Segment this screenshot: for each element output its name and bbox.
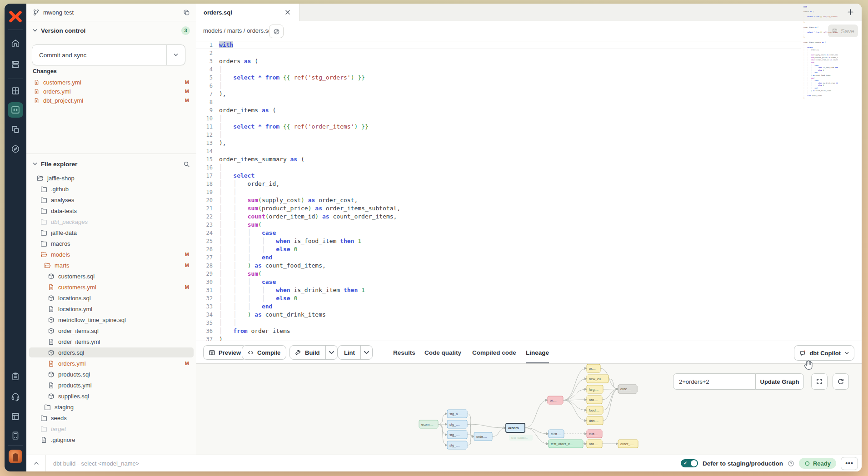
develop-ide-icon[interactable] [8, 102, 23, 118]
file-tree-item-macros[interactable]: macros [26, 238, 196, 249]
dbt-copilot-button[interactable]: dbt Copilot [794, 345, 854, 361]
code-line[interactable]: 28│ │ ) as count_food_items, [196, 262, 801, 270]
lineage-node-ecom[interactable]: ecom.... [419, 420, 438, 428]
file-tree-item-target[interactable]: target [26, 423, 196, 434]
code-line[interactable]: 12│ [196, 131, 801, 139]
lineage-node-cust[interactable]: cust.... [549, 430, 564, 438]
docs-station-icon[interactable] [10, 431, 20, 441]
close-tab-icon[interactable] [284, 9, 291, 15]
code-line[interactable]: 3orders as ( [196, 57, 801, 65]
code-line[interactable]: 13), [196, 139, 801, 147]
file-tree-item-customers-sql[interactable]: customers.sql [26, 271, 196, 282]
results-tab-lineage[interactable]: Lineage [526, 341, 549, 364]
file-tree-item-orders-sql[interactable]: orders.sql [26, 347, 196, 358]
code-line[interactable]: 22│ │ count(order_item_id) as count_orde… [196, 213, 801, 221]
update-graph-button[interactable]: Update Graph [755, 373, 804, 390]
code-line[interactable]: 11│ select * from {{ ref('order_items') … [196, 123, 801, 131]
file-tree-item-customers-yml[interactable]: customers.ymlM [26, 282, 196, 293]
file-explorer-header[interactable]: File explorer [26, 158, 196, 170]
code-line[interactable]: 36│ from order_items [196, 327, 801, 335]
project-branch-name[interactable]: mwong-test [43, 9, 74, 16]
code-line[interactable]: 14 [196, 147, 801, 155]
code-line[interactable]: 18│ │ order_id, [196, 180, 801, 188]
lineage-node-go[interactable]: orde.... [618, 385, 637, 393]
lineage-node-tord[interactable]: test_order_it... [549, 440, 583, 448]
file-tree-item-products-sql[interactable]: products.sql [26, 369, 196, 380]
file-tree-item-locations-yml[interactable]: locations.yml [26, 303, 196, 314]
file-tree-item-models[interactable]: modelsM [26, 249, 196, 260]
account-avatar[interactable] [9, 450, 22, 463]
code-editor[interactable]: 1with23orders as (4│5│ select * from {{ … [196, 41, 862, 341]
file-tree-item-orders-yml[interactable]: orders.ymlM [26, 358, 196, 369]
lineage-node-y8[interactable]: order_.... [618, 440, 638, 448]
code-line[interactable]: 1with [196, 41, 801, 49]
explore-compass-icon[interactable] [10, 144, 20, 154]
build-options-chevron[interactable] [325, 346, 337, 359]
orchestrate-icon[interactable] [10, 124, 20, 134]
help-circle-icon[interactable] [788, 460, 794, 467]
code-line[interactable]: 25│ │ │ │ when is_food_item then 1 [196, 237, 801, 245]
code-line[interactable]: 27│ │ │ end [196, 253, 801, 262]
clipboard-icon[interactable] [10, 372, 20, 382]
refresh-graph-button[interactable] [833, 373, 849, 390]
commit-and-sync-button[interactable]: Commit and sync [32, 45, 185, 65]
code-line[interactable]: 26│ │ │ │ else 0 [196, 245, 801, 253]
lineage-node-y4[interactable]: ord.... [587, 396, 602, 404]
chevron-down-icon[interactable] [32, 161, 38, 167]
apps-grid-icon[interactable] [10, 86, 20, 96]
code-line[interactable]: 34│ │ ) as count_drink_items [196, 311, 801, 319]
code-line[interactable]: 23│ │ sum( [196, 221, 801, 229]
code-line[interactable]: 19│ │ [196, 188, 801, 196]
file-tree-item--gitignore[interactable]: .gitignore [26, 434, 196, 445]
lineage-node-y5[interactable]: food.... [587, 406, 603, 414]
lineage-node-y6[interactable]: drin.... [587, 416, 603, 425]
results-tab-code-quality[interactable]: Code quality [424, 341, 461, 364]
code-line[interactable]: 5│ select * from {{ ref('stg_orders') }} [196, 74, 801, 82]
lineage-node-stg_b[interactable]: stg_.... [447, 431, 467, 439]
commit-options-chevron[interactable] [166, 45, 185, 65]
file-tree-item-order-items-sql[interactable]: order_items.sql [26, 325, 196, 336]
lineage-node-cusp[interactable]: cus.... [587, 430, 602, 438]
code-line[interactable]: 4│ [196, 65, 801, 74]
lineage-node-y7[interactable]: ord.... [587, 440, 602, 448]
code-line[interactable]: 32│ │ │ │ else 0 [196, 294, 801, 302]
code-line[interactable]: 7), [196, 90, 801, 98]
code-line[interactable]: 16│ [196, 164, 801, 172]
changed-file-item[interactable]: customers.ymlM [26, 78, 196, 87]
lineage-node-stg_c[interactable]: stg_.... [447, 441, 467, 449]
code-line[interactable]: 9order_items as ( [196, 106, 801, 114]
editor-minimap[interactable]: 1with23orders as (4│5│ select * from {{ … [803, 6, 838, 100]
compile-button[interactable]: Compile [242, 345, 286, 360]
expand-command-bar-icon[interactable] [33, 460, 40, 467]
file-tree-item-data-tests[interactable]: data-tests [26, 205, 196, 216]
code-line[interactable]: 29│ │ sum( [196, 270, 801, 278]
file-tree-item-order-items-yml[interactable]: order_items.yml [26, 336, 196, 347]
lineage-node-orp[interactable]: or.... [548, 396, 563, 404]
fullscreen-button[interactable] [811, 373, 828, 390]
lineage-node-orde1[interactable]: orde.... [474, 432, 492, 441]
code-line[interactable]: 33│ │ │ end [196, 302, 801, 311]
more-options-button[interactable]: ••• [841, 457, 858, 470]
lineage-node-stg_o[interactable]: stg_o.... [447, 410, 467, 418]
file-tree-item-jaffle-data[interactable]: jaffle-data [26, 227, 196, 238]
lineage-node-y3[interactable]: larg.... [587, 385, 603, 393]
lineage-node-y2[interactable]: new_cu... [587, 375, 609, 383]
lineage-node-stg_a[interactable]: stg_.... [447, 420, 467, 428]
code-line[interactable]: 15order_items_summary as ( [196, 155, 801, 164]
copy-branch-icon[interactable] [183, 9, 190, 16]
code-line[interactable]: 2 [196, 49, 801, 57]
new-tab-plus-icon[interactable] [847, 8, 854, 16]
file-tree-item-jaffle-shop[interactable]: jaffle-shop [26, 173, 196, 183]
preview-button[interactable]: Preview [203, 345, 247, 360]
file-tree-item-marts[interactable]: martsM [26, 260, 196, 271]
lineage-node-orders[interactable]: orders [506, 423, 525, 432]
code-line[interactable]: 31│ │ │ │ when is_drink_item then 1 [196, 286, 801, 294]
code-line[interactable]: 20│ │ sum(supply_cost) as order_cost, [196, 196, 801, 204]
home-icon[interactable] [10, 38, 20, 48]
defer-toggle[interactable]: ✓ [681, 459, 698, 467]
lint-button[interactable]: Lint [338, 345, 373, 360]
code-line[interactable]: 24│ │ │ case [196, 229, 801, 237]
command-input[interactable]: dbt build --select <model_name> [53, 460, 139, 467]
support-headset-icon[interactable] [10, 392, 20, 402]
open-in-explorer-button[interactable] [269, 25, 284, 38]
